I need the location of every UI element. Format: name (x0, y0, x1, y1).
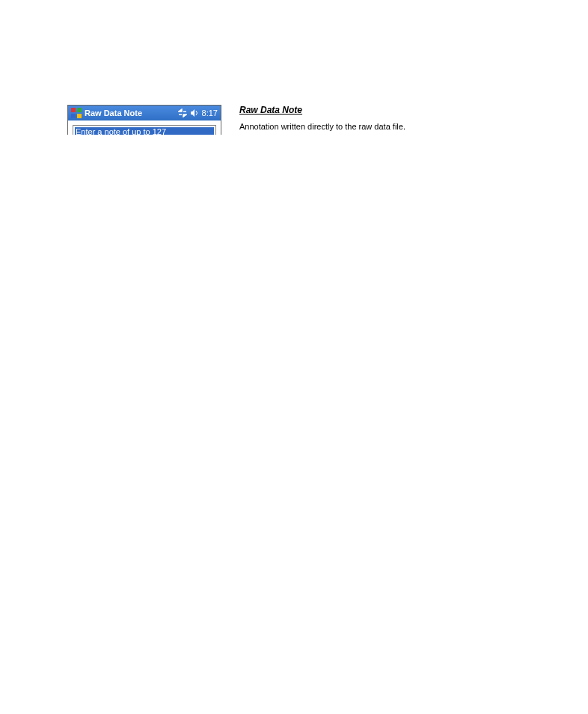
clock-time: 8:17 (202, 109, 218, 118)
raw-data-note-window: Raw Data Note 8:17 Enter a note of up to… (67, 105, 221, 135)
connection-icon (178, 109, 187, 118)
titlebar: Raw Data Note 8:17 (68, 106, 221, 120)
rdn-heading: Raw Data Note (239, 105, 524, 117)
text-line: Annotation written directly to the raw d… (239, 121, 524, 132)
note-input[interactable]: Enter a note of up to 127 characters... (73, 125, 216, 135)
window-title: Raw Data Note (85, 109, 142, 118)
note-placeholder: Enter a note of up to 127 characters... (75, 127, 214, 135)
rdn-description: Raw Data Note Annotation written directl… (239, 105, 524, 135)
start-icon[interactable] (71, 108, 82, 118)
speaker-icon (190, 109, 199, 118)
